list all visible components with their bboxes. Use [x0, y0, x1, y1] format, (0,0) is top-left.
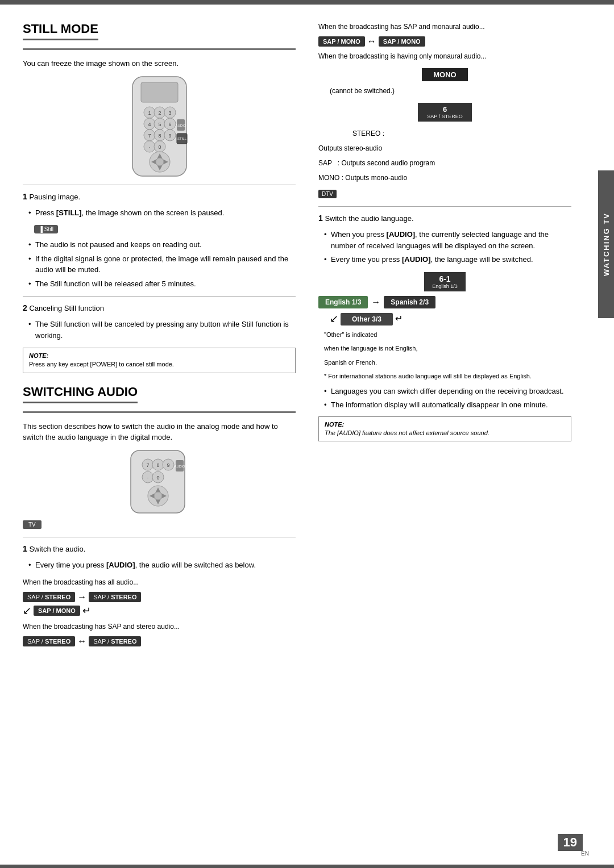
display-61-box: 6-1 English 1/3 — [424, 272, 466, 291]
lang-row-2: ↙ Other 3/3 ↵ — [318, 312, 571, 326]
sap-stereo-left: SAP / STEREO — [23, 592, 75, 602]
dbl-arrow-2: ↔ — [367, 36, 376, 47]
switching-audio-title-bar: SWITCHING AUDIO — [23, 385, 296, 413]
stereo-outputs: Outputs stereo-audio SAP : Outputs secon… — [318, 143, 571, 183]
svg-text:7: 7 — [148, 133, 151, 139]
still-note-box: NOTE: Press any key except [POWER] to ca… — [23, 348, 296, 373]
svg-text:AUDIO: AUDIO — [174, 465, 185, 468]
corner-arrow-left: ↙ — [23, 606, 31, 616]
divider-4 — [318, 206, 571, 207]
step1-digital: 1 Switch the audio language. When you pr… — [318, 212, 571, 265]
sap-stereo-left-2: SAP / STEREO — [23, 636, 75, 646]
step1-still: 1 Pausing image. Press [STILL], the imag… — [23, 191, 296, 290]
sap-mono-right: SAP / MONO — [379, 36, 425, 47]
display-6-box: 6 SAP / STEREO — [418, 103, 471, 122]
audio-note-box: NOTE: The [AUDIO] feature does not affec… — [318, 416, 571, 442]
svg-rect-1 — [141, 82, 178, 102]
all-audio-row2: ↙ SAP / MONO ↵ — [23, 604, 296, 617]
step2-still: 2 Canceling Still function The Still fun… — [23, 302, 296, 341]
tv-label: TV — [23, 520, 42, 529]
sap-stereo-label: When the broadcasting has SAP and stereo… — [23, 621, 296, 632]
step1-bullet-4: The Still function will be released afte… — [28, 278, 296, 290]
step1-audio: 1 Switch the audio. Every time you press… — [23, 543, 296, 571]
sap-mono-center: SAP / MONO — [34, 606, 80, 616]
step1-audio-bullets: Every time you press [AUDIO], the audio … — [23, 560, 296, 571]
sap-mono-row: SAP / MONO ↔ SAP / MONO — [318, 36, 571, 47]
svg-text:6: 6 — [168, 122, 171, 127]
audio-note-text: The [AUDIO] feature does not affect exte… — [325, 429, 489, 436]
mono-intro: When the broadcasting is having only mon… — [318, 51, 571, 61]
step1-digital-bullets: When you press [AUDIO], the currently se… — [318, 229, 571, 265]
svg-point-33 — [156, 158, 164, 166]
still-mode-intro: You can freeze the image shown on the sc… — [23, 58, 296, 69]
display-6-wrap: 6 SAP / STEREO — [318, 101, 571, 124]
mono-box: MONO — [422, 68, 467, 81]
svg-text:9: 9 — [167, 462, 169, 468]
svg-text:9: 9 — [168, 133, 171, 139]
svg-text:3: 3 — [168, 110, 171, 116]
sap-mono-intro: When the broadcasting has SAP and monaur… — [318, 22, 571, 32]
extra-bullet-1: Languages you can switch differ dependin… — [324, 386, 571, 397]
stereo-label-text: STEREO : — [318, 130, 384, 137]
audio-note-title: NOTE: — [325, 421, 344, 428]
cannot-switched: (cannot be switched.) — [318, 86, 571, 96]
step1-num: 1 — [23, 192, 27, 201]
all-audio-diagram: SAP / STEREO → SAP / STEREO ↙ SAP / MONO… — [23, 592, 296, 617]
stereo-label: STEREO : — [318, 128, 571, 139]
extra-bullet-2: The information display will automatical… — [324, 399, 571, 411]
output-sap: SAP : Outputs second audio program — [318, 158, 571, 168]
divider-1 — [23, 185, 296, 185]
divider-2 — [23, 296, 296, 297]
spanish-box: Spanish 2/3 — [384, 296, 435, 308]
step1-bullet-2: The audio is not paused and keeps on rea… — [28, 239, 296, 251]
svg-text:AUDIO: AUDIO — [175, 124, 186, 127]
dbl-arrow-1: ↔ — [77, 636, 86, 646]
sap-stereo-right: SAP / STEREO — [89, 592, 141, 602]
other-note-1: "Other" is indicated — [324, 330, 571, 340]
switching-audio-title: SWITCHING AUDIO — [23, 385, 138, 403]
step1-audio-bullet-1: Every time you press [AUDIO], the audio … — [28, 560, 296, 571]
all-audio-label: When the broadcasting has all audio... — [23, 577, 296, 587]
svg-text:4: 4 — [148, 122, 151, 127]
svg-text:2: 2 — [158, 110, 161, 116]
display-61-wrap: 6-1 English 1/3 — [318, 272, 571, 291]
corner-arrow-lang: ↙ — [330, 312, 338, 325]
watching-tv-tab: WATCHING TV — [598, 170, 614, 318]
english-box: English 1/3 — [318, 296, 368, 308]
step2-bullets: The Still function will be canceled by p… — [23, 319, 296, 341]
remote-svg-audio: 7 8 9 AUDIO · 0 — [119, 448, 199, 516]
sap-mono-diagram: SAP / MONO ↔ SAP / MONO — [318, 36, 571, 47]
still-note-text: Press any key except [POWER] to cancel s… — [29, 361, 174, 368]
side-tab-label: WATCHING TV — [602, 212, 611, 276]
other-note-4: * For international stations audio langu… — [324, 372, 571, 381]
svg-text:5: 5 — [158, 122, 161, 127]
other-notes: "Other" is indicated when the language i… — [318, 330, 571, 381]
remote-illustration-still: 1 2 3 4 5 6 AUDIO 7 — [23, 74, 296, 179]
switching-audio-section: SWITCHING AUDIO This section describes h… — [23, 385, 296, 443]
step1-digital-num: 1 — [318, 214, 323, 223]
dtv-label-wrap: DTV — [318, 187, 571, 201]
top-bar — [0, 0, 614, 5]
step1-audio-label: Switch the audio. — [29, 545, 85, 553]
mono-box-wrap: MONO — [318, 66, 571, 84]
svg-text:7: 7 — [146, 462, 149, 468]
step1-bullet-3: If the digital signal is gone or protect… — [28, 253, 296, 276]
svg-text:·: · — [147, 475, 149, 481]
svg-text:1: 1 — [148, 110, 151, 116]
step2-num: 2 — [23, 303, 27, 312]
other-note-3: Spanish or French. — [324, 358, 571, 368]
left-column: STILL MODE You can freeze the image show… — [23, 22, 296, 651]
step2-label: Canceling Still function — [29, 304, 104, 312]
divider-3 — [23, 537, 296, 537]
page-number: 19 — [558, 834, 583, 851]
output-mono: MONO : Outputs mono-audio — [318, 173, 571, 183]
sap-stereo-diagram: SAP / STEREO ↔ SAP / STEREO — [23, 636, 296, 646]
page-container: WATCHING TV STILL MODE You can freeze th… — [0, 0, 614, 868]
switching-audio-intro: This section describes how to switch the… — [23, 421, 296, 443]
other-box: Other 3/3 — [341, 313, 393, 326]
still-note-title: NOTE: — [29, 352, 48, 359]
still-button-display: ▐ Still — [23, 223, 296, 236]
lang-arrow-back: ↵ — [395, 313, 403, 324]
step1-label: Pausing image. — [29, 193, 80, 201]
svg-text:STILL: STILL — [177, 137, 186, 140]
